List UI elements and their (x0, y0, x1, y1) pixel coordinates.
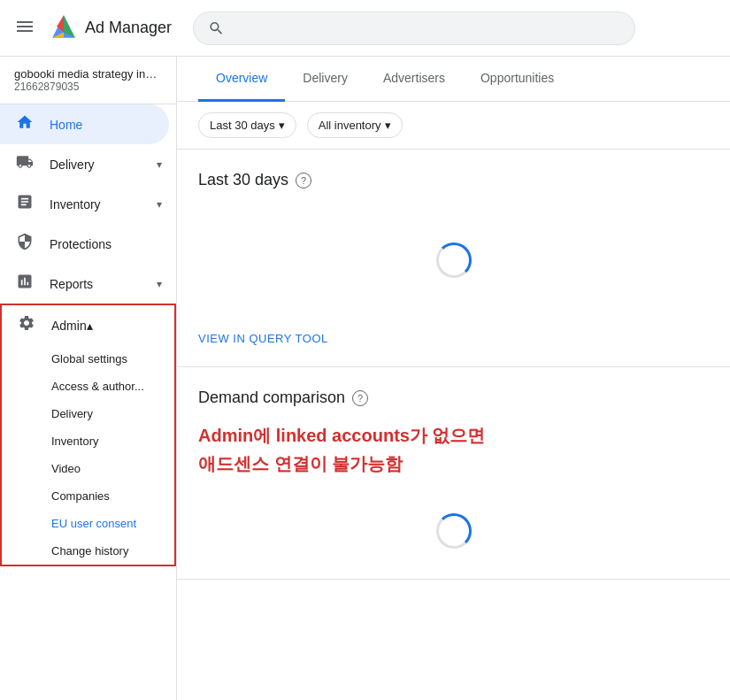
demand-comparison-help-icon[interactable]: ? (352, 390, 368, 406)
admin-sub-global-settings[interactable]: Global settings (2, 345, 174, 373)
admin-sub-access[interactable]: Access & author... (2, 373, 174, 400)
annotation-text: Admin에 linked accounts가 없으면애드센스 연결이 불가능함 (198, 421, 709, 478)
admin-sub-delivery-label: Delivery (51, 407, 93, 420)
account-name: gobooki media strategy instit... (14, 67, 162, 81)
sidebar-item-delivery[interactable]: Delivery ▾ (0, 144, 176, 184)
admin-sub-global-settings-label: Global settings (51, 352, 127, 365)
sidebar-inventory-label: Inventory (50, 197, 157, 212)
search-icon (208, 19, 225, 37)
date-filter[interactable]: Last 30 days ▾ (198, 112, 296, 138)
inventory-chevron-icon: ▾ (157, 198, 162, 211)
tabs-bar: Overview Delivery Advertisers Opportunit… (177, 57, 730, 102)
delivery-icon (14, 153, 35, 175)
filter-bar: Last 30 days ▾ All inventory ▾ (177, 102, 730, 150)
last-30-days-section: Last 30 days ? VIEW IN QUERY TOOL (177, 150, 730, 367)
search-input[interactable] (232, 21, 620, 35)
logo-icon (50, 12, 78, 43)
admin-icon (16, 314, 37, 336)
inventory-filter-chevron-icon: ▾ (385, 119, 391, 132)
last-30-days-help-icon[interactable]: ? (296, 173, 311, 188)
admin-sub-change-history-label: Change history (51, 544, 128, 558)
tab-overview[interactable]: Overview (198, 57, 285, 102)
search-bar[interactable] (193, 12, 635, 45)
inventory-icon (14, 193, 35, 215)
date-filter-label: Last 30 days (210, 119, 275, 132)
sidebar-home-label: Home (50, 118, 155, 132)
home-icon (14, 113, 35, 135)
reports-chevron-icon: ▾ (157, 278, 162, 290)
tab-opportunities[interactable]: Opportunities (463, 57, 572, 102)
admin-sub-companies-label: Companies (51, 489, 110, 503)
main-layout: gobooki media strategy instit... 2166287… (0, 57, 730, 700)
top-header: Ad Manager (0, 0, 730, 57)
admin-sub-inventory[interactable]: Inventory (2, 427, 174, 455)
loading-spinner (436, 242, 472, 278)
admin-sub-inventory-label: Inventory (51, 435, 98, 448)
admin-sub-video-label: Video (51, 462, 81, 475)
sidebar: gobooki media strategy instit... 2166287… (0, 57, 177, 700)
sidebar-item-inventory[interactable]: Inventory ▾ (0, 184, 176, 224)
admin-sub-change-history[interactable]: Change history (2, 537, 174, 565)
admin-chevron-icon: ▴ (87, 319, 93, 333)
sidebar-item-admin[interactable]: Admin ▴ (2, 305, 174, 345)
sidebar-item-home[interactable]: Home (0, 104, 169, 144)
sidebar-item-reports[interactable]: Reports ▾ (0, 264, 176, 304)
protections-icon (14, 233, 35, 255)
delivery-chevron-icon: ▾ (157, 158, 162, 171)
admin-sub-access-label: Access & author... (51, 380, 144, 393)
admin-sub-video[interactable]: Video (2, 455, 174, 482)
admin-sub-eu-consent-label: EU user consent (51, 517, 136, 530)
demand-comparison-title: Demand comparison ? (198, 388, 709, 407)
account-info: gobooki media strategy instit... 2166287… (0, 57, 176, 104)
menu-icon[interactable] (14, 16, 35, 40)
admin-section: Admin ▴ Global settings Access & author.… (0, 304, 176, 566)
inventory-filter[interactable]: All inventory ▾ (307, 112, 403, 138)
sidebar-admin-label: Admin (51, 319, 87, 333)
date-filter-chevron-icon: ▾ (279, 119, 285, 132)
admin-sub-companies[interactable]: Companies (2, 482, 174, 510)
inventory-filter-label: All inventory (319, 119, 381, 132)
sidebar-protections-label: Protections (50, 237, 162, 251)
loading-spinner-2 (436, 513, 472, 549)
app-title: Ad Manager (85, 19, 172, 37)
sidebar-reports-label: Reports (50, 277, 157, 291)
tab-delivery[interactable]: Delivery (285, 57, 365, 102)
sidebar-delivery-label: Delivery (50, 158, 157, 172)
account-id: 21662879035 (14, 81, 162, 93)
demand-comparison-section: Demand comparison ? Admin에 linked accoun… (177, 367, 730, 580)
sidebar-item-protections[interactable]: Protections (0, 224, 176, 264)
admin-sub-eu-consent[interactable]: EU user consent (2, 510, 174, 537)
tab-advertisers[interactable]: Advertisers (365, 57, 463, 102)
content-area: Overview Delivery Advertisers Opportunit… (177, 57, 730, 700)
last-30-days-title: Last 30 days ? (198, 171, 709, 189)
view-in-query-tool-link[interactable]: VIEW IN QUERY TOOL (198, 332, 328, 345)
admin-sub-delivery[interactable]: Delivery (2, 400, 174, 427)
reports-icon (14, 273, 35, 295)
